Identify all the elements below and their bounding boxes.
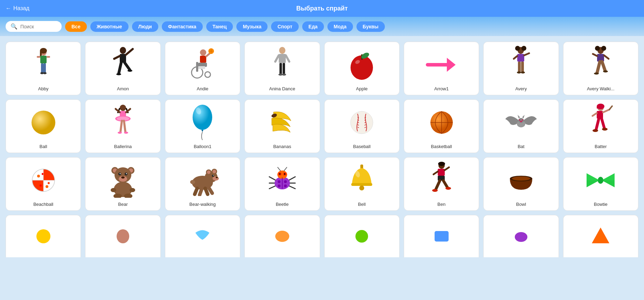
sprite-img-avery	[486, 46, 556, 84]
sprite-card-apple[interactable]: Apple	[324, 42, 400, 95]
svg-marker-98	[518, 115, 520, 118]
sprite-card-partial2[interactable]	[85, 215, 160, 257]
svg-point-9	[43, 72, 47, 74]
svg-point-175	[359, 186, 364, 190]
sprite-img-beetle	[247, 161, 317, 200]
svg-point-102	[520, 121, 522, 122]
svg-line-167	[284, 167, 287, 171]
svg-point-25	[205, 72, 210, 77]
sprite-card-abby[interactable]: Abby	[6, 42, 81, 95]
filter-all[interactable]: Все	[65, 21, 87, 32]
sprite-card-andie[interactable]: Andie	[165, 42, 240, 95]
sprite-label-apple: Apple	[356, 86, 368, 91]
svg-point-198	[355, 230, 368, 243]
svg-line-166	[278, 167, 281, 171]
svg-line-32	[286, 55, 289, 62]
sprite-card-balloon1[interactable]: Balloon1	[165, 99, 240, 153]
filter-dance[interactable]: Танец	[206, 21, 233, 32]
svg-point-44	[515, 46, 520, 51]
svg-rect-19	[200, 56, 206, 63]
svg-rect-50	[521, 62, 524, 72]
svg-line-151	[205, 188, 208, 194]
sprite-img-beachball	[8, 161, 78, 200]
sprite-label-basketball: Basketball	[431, 144, 452, 149]
sprite-label-avery: Avery	[515, 86, 527, 91]
svg-point-78	[193, 105, 212, 130]
sprite-card-anina-dance[interactable]: Anina Dance	[244, 42, 320, 95]
sprite-label-batter: Batter	[595, 144, 607, 149]
sprite-card-beetle[interactable]: Beetle	[244, 157, 320, 211]
filter-fantasy[interactable]: Фантастика	[162, 21, 203, 32]
svg-line-13	[114, 56, 120, 59]
sprite-card-beachball[interactable]: Beachball	[6, 157, 81, 211]
svg-point-29	[279, 47, 285, 54]
grid-area: Abby	[0, 36, 644, 263]
back-arrow-icon: ←	[6, 5, 11, 12]
sprite-card-avery-walking[interactable]: Avery Walki...	[563, 42, 638, 95]
filter-fashion[interactable]: Мода	[327, 21, 353, 32]
svg-rect-3	[40, 56, 47, 63]
sprite-card-ballerina[interactable]: Ballerina	[85, 99, 160, 153]
sprite-card-amon[interactable]: Amon	[85, 42, 160, 95]
svg-point-71	[117, 117, 129, 121]
sprite-card-ben[interactable]: Ben	[404, 157, 479, 211]
sprite-img-avery-walking	[566, 46, 636, 84]
sprite-card-bowtie[interactable]: Bowtie	[563, 157, 638, 211]
sprite-card-partial1[interactable]	[6, 215, 81, 257]
filter-animals[interactable]: Животные	[90, 21, 129, 32]
sprite-card-bell[interactable]: Bell	[324, 157, 400, 211]
sprite-label-ben: Ben	[437, 202, 445, 207]
filter-people[interactable]: Люди	[132, 21, 158, 32]
back-button[interactable]: ← Назад	[6, 5, 29, 12]
sprite-card-bear-walking[interactable]: Bear-walking	[165, 157, 240, 211]
svg-line-47	[524, 53, 529, 55]
sprite-card-partial6[interactable]	[404, 215, 479, 257]
sprite-card-bat[interactable]: Bat	[483, 99, 559, 153]
svg-point-55	[601, 46, 606, 51]
svg-line-108	[609, 106, 612, 110]
sprite-card-partial7[interactable]	[483, 215, 559, 257]
svg-rect-179	[438, 169, 445, 176]
filter-letters[interactable]: Буквы	[356, 21, 385, 32]
sprite-card-partial3[interactable]	[165, 215, 240, 257]
svg-point-189	[512, 176, 530, 181]
filter-bar: 🔍 Все Животные Люди Фантастика Танец Муз…	[0, 17, 644, 36]
sprite-card-arrow1[interactable]: Arrow1	[404, 42, 479, 95]
sprite-label-abby: Abby	[38, 86, 49, 91]
svg-rect-174	[351, 183, 372, 186]
sprite-card-batter[interactable]: Batter	[563, 99, 638, 153]
sprite-card-bananas[interactable]: Bananas	[244, 99, 320, 153]
sprite-card-partial8[interactable]	[563, 215, 638, 257]
sprite-label-avery-walking: Avery Walki...	[587, 86, 615, 91]
sprite-card-baseball[interactable]: Baseball	[324, 99, 400, 153]
svg-point-144	[213, 170, 216, 173]
svg-line-149	[195, 188, 197, 194]
svg-point-146	[216, 177, 218, 178]
sprite-card-ball[interactable]: Ball	[6, 99, 81, 153]
svg-point-153	[190, 180, 195, 184]
sprite-img-arrow1	[406, 46, 477, 84]
svg-point-16	[116, 73, 121, 75]
header: ← Назад Выбрать спрайт	[0, 0, 644, 17]
svg-point-82	[351, 111, 373, 134]
sprite-img-bowtie	[566, 161, 636, 200]
svg-point-63	[32, 111, 55, 134]
svg-rect-5	[47, 56, 50, 58]
svg-point-170	[284, 180, 287, 183]
sprite-img-partial2	[88, 219, 158, 254]
filter-sport[interactable]: Спорт	[271, 21, 298, 32]
svg-marker-201	[592, 228, 609, 243]
sprite-card-bear[interactable]: Bear	[85, 157, 160, 211]
filter-food[interactable]: Еда	[302, 21, 324, 32]
search-input[interactable]	[20, 24, 55, 29]
svg-point-117	[46, 185, 48, 188]
sprite-card-bowl[interactable]: Bowl	[483, 157, 559, 211]
svg-point-185	[432, 189, 438, 192]
sprite-card-partial5[interactable]	[324, 215, 400, 257]
sprite-card-avery[interactable]: Avery	[483, 42, 559, 95]
sprite-card-partial4[interactable]	[244, 215, 320, 257]
sprite-img-apple	[327, 46, 397, 84]
sprite-img-bananas	[247, 103, 317, 142]
filter-music[interactable]: Музыка	[236, 21, 268, 32]
sprite-card-basketball[interactable]: Basketball	[404, 99, 479, 153]
